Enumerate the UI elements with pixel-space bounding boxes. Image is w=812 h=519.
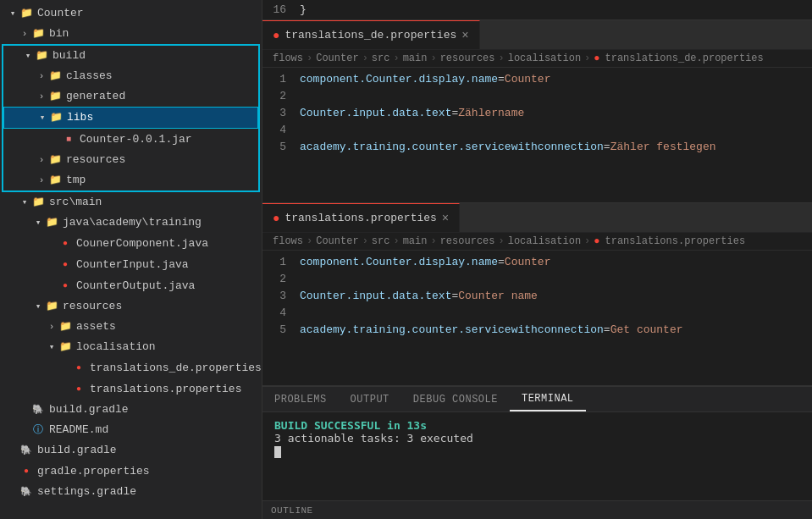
- code-text: component.Counter.display.name=Counter: [300, 254, 550, 271]
- panel-tab-terminal[interactable]: TERMINAL: [510, 387, 586, 411]
- tab-close-de[interactable]: ×: [461, 30, 468, 41]
- bc2-filename-en: translations.properties: [605, 235, 746, 247]
- sidebar-item-translations[interactable]: translations.properties: [0, 378, 262, 400]
- arrow-classes: [36, 67, 47, 86]
- arrow-counter-root: [7, 4, 19, 23]
- label-generated: generated: [66, 87, 125, 106]
- line-number: 5: [262, 322, 300, 339]
- outline-label: OUTLINE: [271, 505, 313, 516]
- code-val: Counter: [505, 73, 551, 86]
- label-translations: translations.properties: [90, 380, 241, 399]
- label-localisation: localisation: [76, 338, 156, 356]
- sidebar-item-CounterOutput[interactable]: CounterOutput.java: [0, 275, 262, 296]
- main-layout: CounterbinbuildclassesgeneratedlibsCount…: [0, 0, 812, 519]
- breadcrumb-de: flows › Counter › src › main › resources…: [262, 50, 812, 68]
- code-line: 2: [262, 271, 812, 288]
- sidebar-item-resources[interactable]: resources: [3, 150, 258, 170]
- sidebar-item-readme[interactable]: README.md: [0, 420, 262, 440]
- arrow-libs: [36, 108, 48, 127]
- label-assets: assets: [76, 317, 116, 336]
- icon-javaacademytraining: [44, 213, 59, 232]
- bc2-error-en: ●: [594, 235, 599, 247]
- arrow-tmp: [36, 171, 47, 190]
- bottom-panel: PROBLEMSOUTPUTDEBUG CONSOLETERMINAL BUIL…: [262, 386, 812, 500]
- panel-tabs: PROBLEMSOUTPUTDEBUG CONSOLETERMINAL: [262, 387, 812, 412]
- bc-main: main: [403, 52, 428, 64]
- sidebar-item-javaacademytraining[interactable]: java\academy\training: [0, 213, 262, 233]
- label-CounterInput: CounterInput.java: [76, 256, 189, 274]
- panel-tab-output[interactable]: OUTPUT: [339, 387, 401, 411]
- sidebar-item-build-gradle[interactable]: build.gradle: [0, 400, 262, 420]
- bc-filename-de: translations_de.properties: [605, 52, 764, 64]
- tab-bar-de: ● translations_de.properties ×: [262, 20, 812, 50]
- bc2-src: src: [372, 235, 390, 247]
- editor-area: 16 } ● translations_de.properties × flow…: [262, 0, 812, 519]
- code-key: component.Counter.display.name: [300, 73, 498, 86]
- sidebar-item-CounterInput[interactable]: CounterInput.java: [0, 254, 262, 275]
- panel-tab-problems[interactable]: PROBLEMS: [262, 387, 339, 411]
- sidebar-item-bin[interactable]: bin: [0, 24, 262, 44]
- tab-close-en[interactable]: ×: [442, 213, 449, 224]
- tab-translations-de[interactable]: ● translations_de.properties ×: [262, 20, 480, 49]
- code-line: 5academy.training.counter.servicewithcon…: [262, 139, 812, 156]
- sidebar-item-localisation[interactable]: localisation: [0, 337, 262, 357]
- sidebar-item-tmp[interactable]: tmp: [3, 170, 258, 190]
- code-editor-en[interactable]: 1component.Counter.display.name=Counter2…: [262, 251, 812, 385]
- label-build-gradle: build.gradle: [49, 400, 129, 419]
- label-CounterOutput: CounterOutput.java: [76, 277, 195, 295]
- code-eq: =: [498, 256, 505, 268]
- code-line: 4: [262, 122, 812, 139]
- code-eq: =: [604, 323, 610, 336]
- line-number: 2: [262, 271, 300, 288]
- code-line: 1component.Counter.display.name=Counter: [262, 71, 812, 88]
- build-info-line: 3 actionable tasks: 3 executed: [274, 432, 800, 444]
- terminal-content: BUILD SUCCESSFUL in 13s 3 actionable tas…: [262, 412, 812, 500]
- icon-resources2: [44, 297, 59, 316]
- tab-translations-en[interactable]: ● translations.properties ×: [262, 203, 460, 232]
- editor-panel-de: ● translations_de.properties × flows › C…: [262, 20, 812, 203]
- sidebar-item-counter-jar[interactable]: Counter-0.0.1.jar: [3, 129, 258, 150]
- top-line-number: 16: [262, 3, 300, 16]
- top-code-line: 16 }: [262, 0, 812, 20]
- code-val: Counter name: [458, 290, 538, 302]
- icon-localisation: [58, 338, 73, 356]
- sidebar-item-resources2[interactable]: resources: [0, 296, 262, 317]
- sidebar-item-gradle-properties[interactable]: gradle.properties: [0, 461, 262, 482]
- sidebar-item-srcmain[interactable]: src\main: [0, 192, 262, 213]
- sidebar-item-libs[interactable]: libs: [3, 107, 258, 129]
- sidebar-item-classes[interactable]: classes: [3, 66, 258, 86]
- icon-readme: [30, 421, 46, 439]
- code-line: 2: [262, 88, 812, 105]
- icon-bin: [30, 25, 46, 43]
- bc2-resources: resources: [440, 235, 495, 247]
- bc-error-de: ●: [594, 52, 599, 64]
- sidebar-item-build[interactable]: build: [3, 46, 258, 66]
- label-bin: bin: [49, 25, 69, 43]
- bc2-counter: Counter: [316, 235, 358, 247]
- label-build-gradle2: build.gradle: [37, 441, 117, 460]
- sidebar-item-generated[interactable]: generated: [3, 86, 258, 107]
- bc-counter: Counter: [316, 52, 358, 64]
- label-classes: classes: [66, 67, 113, 86]
- sidebar-item-settings-gradle[interactable]: settings.gradle: [0, 482, 262, 502]
- code-key: Counter.input.data.text: [300, 107, 451, 119]
- panel-tab-debug-console[interactable]: DEBUG CONSOLE: [401, 387, 510, 411]
- icon-libs: [48, 108, 64, 127]
- label-build: build: [52, 47, 86, 65]
- code-val: Zähler festlegen: [610, 141, 716, 153]
- icon-build: [34, 47, 49, 65]
- outline-bar: OUTLINE: [262, 500, 812, 519]
- sidebar-item-counter-root[interactable]: Counter: [0, 3, 262, 24]
- editor-panel-en: ● translations.properties × flows › Coun…: [262, 203, 812, 386]
- icon-generated: [47, 87, 63, 106]
- sidebar-item-translations_de[interactable]: translations_de.properties: [0, 357, 262, 378]
- terminal-cursor: [274, 446, 281, 458]
- icon-CounterOutput: [58, 276, 73, 295]
- bc2-flows: flows: [273, 235, 303, 247]
- sidebar-item-build-gradle2[interactable]: build.gradle: [0, 440, 262, 461]
- label-counter-jar: Counter-0.0.1.jar: [80, 130, 192, 149]
- icon-translations: [71, 379, 86, 399]
- code-editor-de[interactable]: 1component.Counter.display.name=Counter2…: [262, 68, 812, 202]
- sidebar-item-CounerComponent[interactable]: CounerComponent.java: [0, 233, 262, 254]
- sidebar-item-assets[interactable]: assets: [0, 317, 262, 337]
